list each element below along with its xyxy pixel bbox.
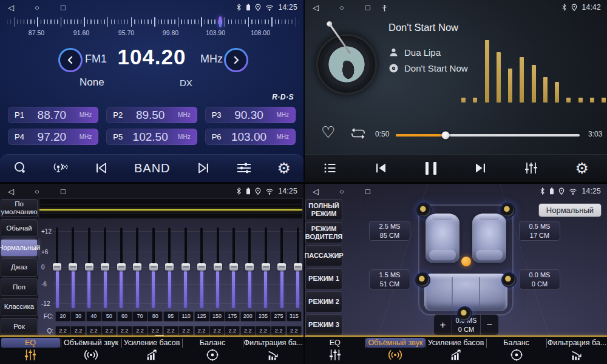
recents-icon[interactable]: □ xyxy=(58,3,68,12)
eq-band-slider[interactable] xyxy=(134,228,140,308)
tab-eq[interactable]: EQ xyxy=(305,337,365,364)
fc-value[interactable]: 315 xyxy=(287,311,302,322)
previous-station-button[interactable] xyxy=(94,161,109,175)
seek-bar[interactable] xyxy=(396,134,580,136)
eq-band-slider[interactable] xyxy=(246,228,253,308)
tune-up-button[interactable] xyxy=(224,48,248,72)
q-value[interactable]: 2.2 xyxy=(132,326,148,336)
q-value[interactable]: 2.2 xyxy=(194,326,209,336)
eq-band-slider[interactable] xyxy=(279,228,285,308)
surround-mode-item[interactable]: ПОЛНЫЙ РЕЖИМ xyxy=(305,199,342,220)
equalizer-button[interactable] xyxy=(524,161,538,175)
q-value[interactable]: 2.2 xyxy=(117,326,132,336)
fc-value[interactable]: 125 xyxy=(194,311,209,322)
q-value[interactable]: 2.2 xyxy=(240,326,256,336)
eq-band-slider[interactable] xyxy=(183,228,189,308)
tab-eq[interactable]: EQ xyxy=(0,337,61,364)
eq-band-slider[interactable] xyxy=(102,228,108,308)
preset-button-p6[interactable]: P6103.00MHz xyxy=(205,129,296,145)
recents-icon[interactable]: □ xyxy=(58,187,68,196)
seek-bar-knob[interactable] xyxy=(441,132,449,140)
rear-left-delay[interactable]: 1.5 MS 51 CM xyxy=(369,269,410,289)
q-value[interactable]: 2.2 xyxy=(271,326,286,336)
q-value[interactable]: 2.2 xyxy=(287,326,302,336)
front-left-delay[interactable]: 2.5 MS 85 CM xyxy=(369,221,410,241)
scan-button[interactable] xyxy=(13,161,27,175)
fc-value[interactable]: 50 xyxy=(101,311,117,322)
q-value[interactable]: 2.2 xyxy=(256,326,271,336)
eq-preset-item[interactable]: Джаз xyxy=(1,258,38,276)
band-button[interactable]: BAND xyxy=(134,161,171,175)
q-value[interactable]: 2.2 xyxy=(209,326,225,336)
eq-band-slider[interactable] xyxy=(70,228,76,308)
home-icon[interactable]: ○ xyxy=(32,187,42,196)
q-value[interactable]: 2.2 xyxy=(225,326,240,336)
repeat-button[interactable] xyxy=(350,127,367,142)
q-value[interactable]: 2.2 xyxy=(70,326,86,336)
eq-band-slider[interactable] xyxy=(86,228,92,308)
audio-settings-button[interactable] xyxy=(236,161,252,175)
rear-right-speaker-icon[interactable] xyxy=(503,274,515,286)
front-right-speaker-icon[interactable] xyxy=(501,204,514,217)
home-icon[interactable]: ○ xyxy=(337,3,347,12)
favorite-button[interactable]: ♡ xyxy=(321,123,335,142)
preset-button-p1[interactable]: P188.70MHz xyxy=(8,107,98,123)
surround-mode-item[interactable]: ПАССАЖИР xyxy=(305,245,342,266)
recents-icon[interactable]: □ xyxy=(363,3,373,12)
preset-button-p5[interactable]: P5102.50MHz xyxy=(106,129,197,145)
eq-preset-item[interactable]: Классика xyxy=(1,298,38,315)
next-track-button[interactable] xyxy=(473,161,487,175)
rear-left-speaker-icon[interactable] xyxy=(416,274,429,286)
q-value[interactable]: 2.2 xyxy=(101,326,117,336)
previous-track-button[interactable] xyxy=(374,161,388,175)
back-icon[interactable]: ◁ xyxy=(6,3,16,12)
next-station-button[interactable] xyxy=(196,161,211,175)
eq-band-slider[interactable] xyxy=(54,228,60,308)
eq-band-slider[interactable] xyxy=(118,228,124,308)
fc-value[interactable]: 95 xyxy=(163,311,178,322)
q-value[interactable]: 2.2 xyxy=(55,326,70,336)
surround-mode-item[interactable]: РЕЖИМ 1 xyxy=(305,268,342,289)
preset-button-p3[interactable]: P390.30MHz xyxy=(205,107,296,123)
listening-position-dot[interactable] xyxy=(461,257,471,266)
eq-preset-item[interactable]: Обычай xyxy=(1,219,38,237)
eq-preset-item[interactable]: По умолчанию xyxy=(1,199,38,217)
surround-mode-item[interactable]: РЕЖИМ 2 xyxy=(305,291,342,312)
eq-preset-item[interactable]: Нормальный xyxy=(1,239,38,257)
eq-band-slider[interactable] xyxy=(215,228,221,308)
home-icon[interactable]: ○ xyxy=(32,3,42,12)
pause-button[interactable] xyxy=(426,162,436,175)
fc-value[interactable]: 20 xyxy=(55,311,70,322)
recents-icon[interactable]: □ xyxy=(363,187,373,196)
fc-value[interactable]: 80 xyxy=(148,311,163,322)
back-icon[interactable]: ◁ xyxy=(311,3,320,12)
delay-increase-button[interactable]: + xyxy=(434,315,452,335)
fc-value[interactable]: 150 xyxy=(209,311,225,322)
surround-mode-item[interactable]: РЕЖИМ ВОДИТЕЛЯ xyxy=(305,222,342,243)
fc-value[interactable]: 200 xyxy=(240,311,256,322)
q-value[interactable]: 2.2 xyxy=(86,326,101,336)
tab-surround-sound[interactable]: Объёмный звук xyxy=(365,337,426,364)
eq-band-slider[interactable] xyxy=(151,228,157,308)
fc-value[interactable]: 30 xyxy=(70,311,86,322)
playlist-button[interactable] xyxy=(323,161,337,175)
eq-preset-item[interactable]: Рок xyxy=(1,318,38,335)
eq-band-slider[interactable] xyxy=(231,228,237,308)
front-right-delay[interactable]: 0.5 MS 17 CM xyxy=(519,221,560,241)
fc-value[interactable]: 235 xyxy=(256,311,271,322)
fc-value[interactable]: 275 xyxy=(271,311,286,322)
back-icon[interactable]: ◁ xyxy=(311,187,320,196)
preset-button-p2[interactable]: P289.50MHz xyxy=(106,107,197,123)
frequency-scale[interactable]: 87.50 91.60 95.70 99.80 103.90 108.00 xyxy=(4,15,300,39)
eq-preset-item[interactable]: Поп xyxy=(1,278,38,296)
tab-filter[interactable]: Фильтрация ба... xyxy=(546,337,607,364)
tab-balance[interactable]: Баланс xyxy=(486,337,547,364)
tab-filter[interactable]: Фильтрация ба... xyxy=(243,337,304,364)
fc-value[interactable]: 60 xyxy=(117,311,132,322)
subwoofer-icon[interactable] xyxy=(458,308,471,320)
fc-value[interactable]: 40 xyxy=(86,311,101,322)
eq-band-slider[interactable] xyxy=(166,228,172,308)
preset-button-p4[interactable]: P497.20MHz xyxy=(8,129,98,145)
fc-value[interactable]: 70 xyxy=(132,311,148,322)
eq-band-slider[interactable] xyxy=(263,228,269,308)
